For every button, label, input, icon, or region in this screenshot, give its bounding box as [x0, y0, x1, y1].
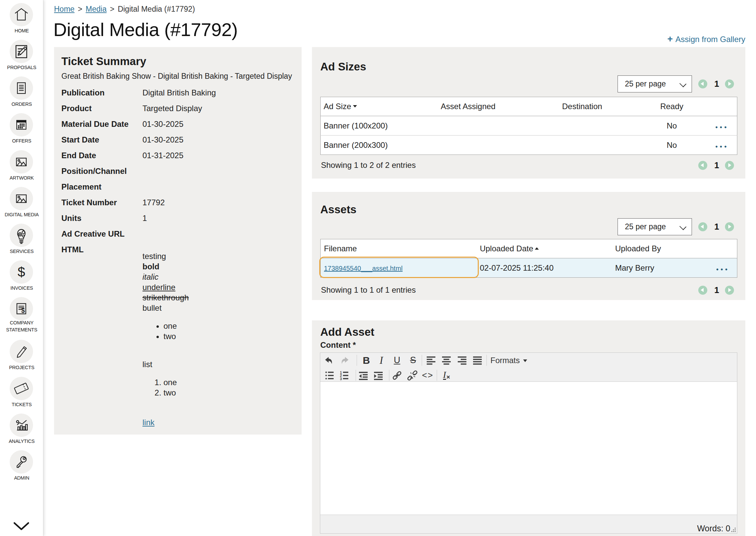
- svg-text:3: 3: [340, 377, 342, 380]
- svg-text:$: $: [21, 307, 25, 314]
- svg-text:$: $: [18, 264, 25, 280]
